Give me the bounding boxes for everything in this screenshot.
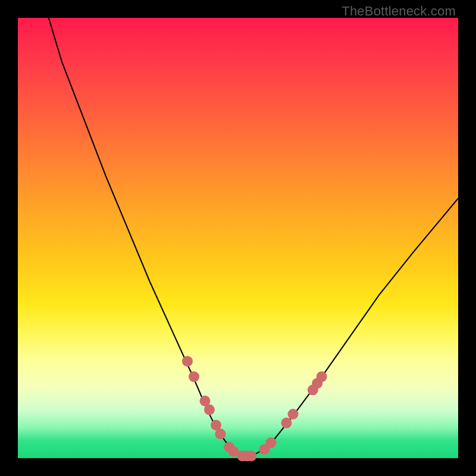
bottleneck-curve	[49, 18, 458, 456]
data-marker	[288, 409, 299, 419]
chart-frame: TheBottleneck.com	[0, 0, 476, 476]
data-marker	[182, 356, 193, 367]
data-marker	[246, 450, 256, 461]
marker-group	[182, 356, 327, 461]
watermark-text: TheBottleneck.com	[342, 4, 456, 19]
data-marker	[204, 405, 215, 415]
plot-area	[18, 18, 458, 458]
data-marker	[317, 371, 327, 382]
data-marker	[215, 428, 226, 439]
data-marker	[281, 418, 292, 428]
curve-layer	[18, 18, 458, 458]
data-marker	[189, 371, 199, 382]
data-marker	[266, 437, 277, 448]
